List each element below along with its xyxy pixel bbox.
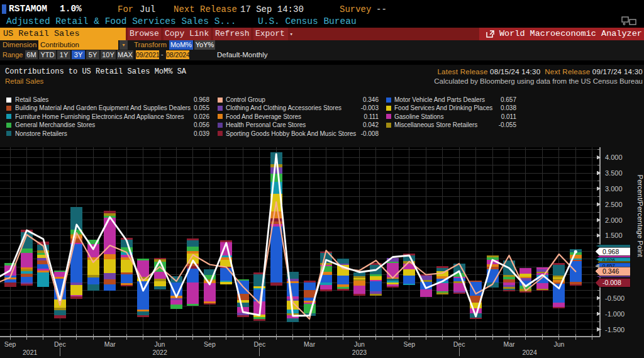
svg-text:2024: 2024 [522, 349, 537, 356]
svg-text:1.500: 1.500 [605, 232, 623, 239]
svg-text:-1.500: -1.500 [605, 326, 625, 333]
svg-text:3.000: 3.000 [605, 185, 623, 193]
svg-text:Sep: Sep [204, 340, 216, 348]
svg-text:-0.008: -0.008 [602, 279, 621, 286]
svg-text:0.968: 0.968 [602, 248, 619, 255]
svg-text:2023: 2023 [352, 349, 367, 356]
svg-text:2022: 2022 [152, 349, 167, 356]
svg-text:Dec: Dec [253, 340, 265, 348]
svg-text:2.000: 2.000 [605, 216, 623, 224]
svg-text:Mar: Mar [503, 340, 515, 348]
svg-text:Sep: Sep [4, 340, 16, 348]
svg-text:Jun: Jun [553, 340, 564, 348]
svg-text:Jun: Jun [354, 340, 365, 348]
svg-text:Sep: Sep [403, 340, 415, 348]
svg-text:2021: 2021 [23, 349, 38, 356]
svg-text:Percent/Percentage Point: Percent/Percentage Point [636, 174, 644, 257]
svg-text:Jun: Jun [155, 340, 165, 348]
svg-text:-1.000: -1.000 [605, 310, 625, 318]
svg-text:-0.500: -0.500 [605, 294, 625, 302]
svg-text:4.000: 4.000 [605, 154, 623, 161]
svg-text:3.500: 3.500 [605, 169, 623, 177]
svg-text:Mar: Mar [104, 340, 116, 348]
svg-text:Mar: Mar [304, 340, 316, 348]
svg-text:Dec: Dec [54, 340, 66, 348]
svg-text:2.500: 2.500 [605, 201, 623, 208]
svg-text:0.346: 0.346 [602, 267, 619, 275]
svg-text:Dec: Dec [453, 340, 465, 348]
